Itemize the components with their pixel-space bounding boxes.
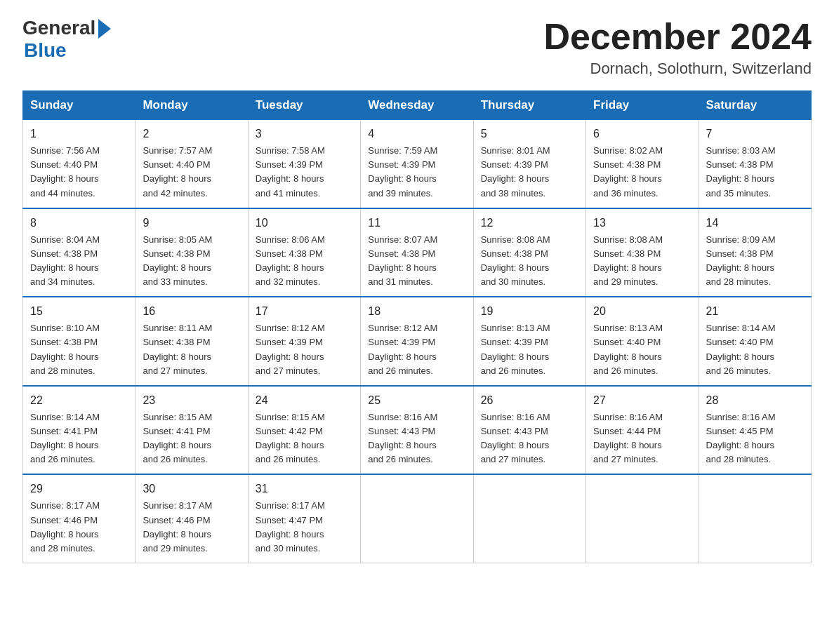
calendar-day-cell <box>699 474 811 563</box>
day-info: Sunrise: 8:09 AMSunset: 4:38 PMDaylight:… <box>706 233 804 290</box>
day-info: Sunrise: 8:08 AMSunset: 4:38 PMDaylight:… <box>481 233 578 290</box>
day-info: Sunrise: 8:02 AMSunset: 4:38 PMDaylight:… <box>593 144 691 201</box>
calendar-day-cell: 9Sunrise: 8:05 AMSunset: 4:38 PMDaylight… <box>135 208 248 297</box>
day-info: Sunrise: 8:12 AMSunset: 4:39 PMDaylight:… <box>368 321 465 378</box>
day-number: 13 <box>593 215 691 232</box>
day-number: 23 <box>143 392 240 409</box>
calendar-day-cell: 12Sunrise: 8:08 AMSunset: 4:38 PMDayligh… <box>473 208 585 297</box>
day-number: 4 <box>368 126 465 142</box>
day-info: Sunrise: 8:04 AMSunset: 4:38 PMDaylight:… <box>30 233 128 290</box>
page-header: General Blue December 2024 Dornach, Solo… <box>22 17 812 78</box>
day-info: Sunrise: 7:57 AMSunset: 4:40 PMDaylight:… <box>143 144 240 201</box>
day-number: 14 <box>706 215 804 232</box>
day-number: 28 <box>706 392 804 409</box>
calendar-day-cell: 19Sunrise: 8:13 AMSunset: 4:39 PMDayligh… <box>473 297 585 386</box>
calendar-day-cell: 29Sunrise: 8:17 AMSunset: 4:46 PMDayligh… <box>23 474 135 563</box>
day-info: Sunrise: 8:16 AMSunset: 4:45 PMDaylight:… <box>706 410 804 467</box>
weekday-header-row: SundayMondayTuesdayWednesdayThursdayFrid… <box>23 91 812 120</box>
calendar-day-cell: 11Sunrise: 8:07 AMSunset: 4:38 PMDayligh… <box>361 208 473 297</box>
day-number: 25 <box>368 392 465 409</box>
calendar-table: SundayMondayTuesdayWednesdayThursdayFrid… <box>22 90 812 563</box>
day-info: Sunrise: 8:17 AMSunset: 4:46 PMDaylight:… <box>143 499 240 556</box>
calendar-day-cell: 28Sunrise: 8:16 AMSunset: 4:45 PMDayligh… <box>699 386 811 475</box>
calendar-day-cell: 23Sunrise: 8:15 AMSunset: 4:41 PMDayligh… <box>135 386 248 475</box>
day-info: Sunrise: 8:15 AMSunset: 4:42 PMDaylight:… <box>256 410 353 467</box>
calendar-day-cell: 14Sunrise: 8:09 AMSunset: 4:38 PMDayligh… <box>699 208 811 297</box>
title-block: December 2024 Dornach, Solothurn, Switze… <box>543 17 812 78</box>
calendar-subtitle: Dornach, Solothurn, Switzerland <box>543 60 812 78</box>
calendar-day-cell: 31Sunrise: 8:17 AMSunset: 4:47 PMDayligh… <box>248 474 360 563</box>
day-info: Sunrise: 8:06 AMSunset: 4:38 PMDaylight:… <box>256 233 353 290</box>
calendar-day-cell <box>473 474 585 563</box>
calendar-week-row: 22Sunrise: 8:14 AMSunset: 4:41 PMDayligh… <box>23 386 812 475</box>
weekday-header-saturday: Saturday <box>699 91 811 120</box>
weekday-header-thursday: Thursday <box>473 91 585 120</box>
day-number: 3 <box>256 126 353 142</box>
day-number: 18 <box>368 303 465 320</box>
weekday-header-friday: Friday <box>586 91 699 120</box>
weekday-header-monday: Monday <box>135 91 248 120</box>
calendar-day-cell: 15Sunrise: 8:10 AMSunset: 4:38 PMDayligh… <box>23 297 135 386</box>
day-number: 27 <box>593 392 691 409</box>
calendar-day-cell <box>361 474 473 563</box>
day-number: 2 <box>143 126 240 142</box>
weekday-header-sunday: Sunday <box>23 91 135 120</box>
day-number: 1 <box>30 126 128 142</box>
day-number: 29 <box>30 481 128 497</box>
day-info: Sunrise: 8:01 AMSunset: 4:39 PMDaylight:… <box>481 144 578 201</box>
calendar-day-cell: 25Sunrise: 8:16 AMSunset: 4:43 PMDayligh… <box>361 386 473 475</box>
calendar-day-cell: 4Sunrise: 7:59 AMSunset: 4:39 PMDaylight… <box>361 120 473 208</box>
day-info: Sunrise: 8:10 AMSunset: 4:38 PMDaylight:… <box>30 321 128 378</box>
calendar-week-row: 15Sunrise: 8:10 AMSunset: 4:38 PMDayligh… <box>23 297 812 386</box>
day-info: Sunrise: 8:13 AMSunset: 4:40 PMDaylight:… <box>593 321 691 378</box>
day-number: 9 <box>143 215 240 232</box>
calendar-day-cell: 1Sunrise: 7:56 AMSunset: 4:40 PMDaylight… <box>23 120 135 208</box>
day-info: Sunrise: 8:07 AMSunset: 4:38 PMDaylight:… <box>368 233 465 290</box>
day-number: 12 <box>481 215 578 232</box>
calendar-week-row: 8Sunrise: 8:04 AMSunset: 4:38 PMDaylight… <box>23 208 812 297</box>
weekday-header-wednesday: Wednesday <box>361 91 473 120</box>
calendar-day-cell: 24Sunrise: 8:15 AMSunset: 4:42 PMDayligh… <box>248 386 360 475</box>
day-number: 31 <box>256 481 353 497</box>
calendar-title: December 2024 <box>543 17 812 57</box>
calendar-day-cell: 30Sunrise: 8:17 AMSunset: 4:46 PMDayligh… <box>135 474 248 563</box>
day-info: Sunrise: 8:17 AMSunset: 4:46 PMDaylight:… <box>30 499 128 556</box>
day-number: 30 <box>143 481 240 497</box>
day-info: Sunrise: 7:59 AMSunset: 4:39 PMDaylight:… <box>368 144 465 201</box>
logo-arrow-icon <box>98 19 111 39</box>
day-number: 15 <box>30 303 128 320</box>
day-info: Sunrise: 8:03 AMSunset: 4:38 PMDaylight:… <box>706 144 804 201</box>
day-info: Sunrise: 8:12 AMSunset: 4:39 PMDaylight:… <box>256 321 353 378</box>
day-info: Sunrise: 8:16 AMSunset: 4:43 PMDaylight:… <box>368 410 465 467</box>
calendar-day-cell: 26Sunrise: 8:16 AMSunset: 4:43 PMDayligh… <box>473 386 585 475</box>
weekday-header-tuesday: Tuesday <box>248 91 360 120</box>
day-info: Sunrise: 8:11 AMSunset: 4:38 PMDaylight:… <box>143 321 240 378</box>
day-number: 16 <box>143 303 240 320</box>
day-info: Sunrise: 7:58 AMSunset: 4:39 PMDaylight:… <box>256 144 353 201</box>
day-number: 22 <box>30 392 128 409</box>
calendar-day-cell: 21Sunrise: 8:14 AMSunset: 4:40 PMDayligh… <box>699 297 811 386</box>
calendar-day-cell: 17Sunrise: 8:12 AMSunset: 4:39 PMDayligh… <box>248 297 360 386</box>
calendar-day-cell: 3Sunrise: 7:58 AMSunset: 4:39 PMDaylight… <box>248 120 360 208</box>
calendar-day-cell: 20Sunrise: 8:13 AMSunset: 4:40 PMDayligh… <box>586 297 699 386</box>
day-info: Sunrise: 8:14 AMSunset: 4:40 PMDaylight:… <box>706 321 804 378</box>
calendar-day-cell: 22Sunrise: 8:14 AMSunset: 4:41 PMDayligh… <box>23 386 135 475</box>
calendar-day-cell: 16Sunrise: 8:11 AMSunset: 4:38 PMDayligh… <box>135 297 248 386</box>
calendar-day-cell: 2Sunrise: 7:57 AMSunset: 4:40 PMDaylight… <box>135 120 248 208</box>
calendar-day-cell: 10Sunrise: 8:06 AMSunset: 4:38 PMDayligh… <box>248 208 360 297</box>
calendar-day-cell: 6Sunrise: 8:02 AMSunset: 4:38 PMDaylight… <box>586 120 699 208</box>
day-number: 20 <box>593 303 691 320</box>
day-number: 10 <box>256 215 353 232</box>
calendar-day-cell: 13Sunrise: 8:08 AMSunset: 4:38 PMDayligh… <box>586 208 699 297</box>
day-info: Sunrise: 8:05 AMSunset: 4:38 PMDaylight:… <box>143 233 240 290</box>
logo: General Blue <box>22 17 111 62</box>
day-number: 26 <box>481 392 578 409</box>
logo-blue-text: Blue <box>24 39 111 62</box>
calendar-day-cell: 18Sunrise: 8:12 AMSunset: 4:39 PMDayligh… <box>361 297 473 386</box>
day-info: Sunrise: 8:14 AMSunset: 4:41 PMDaylight:… <box>30 410 128 467</box>
day-number: 11 <box>368 215 465 232</box>
calendar-day-cell: 5Sunrise: 8:01 AMSunset: 4:39 PMDaylight… <box>473 120 585 208</box>
day-info: Sunrise: 8:15 AMSunset: 4:41 PMDaylight:… <box>143 410 240 467</box>
day-number: 19 <box>481 303 578 320</box>
calendar-day-cell: 27Sunrise: 8:16 AMSunset: 4:44 PMDayligh… <box>586 386 699 475</box>
